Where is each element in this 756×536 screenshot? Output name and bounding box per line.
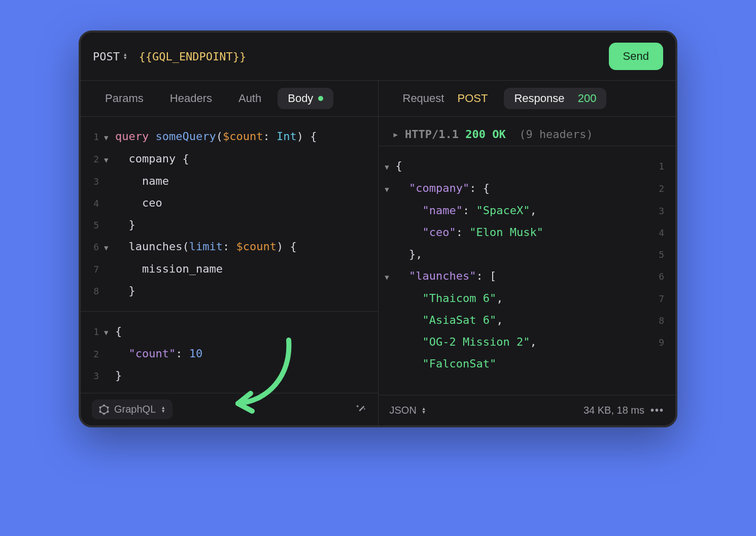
svg-point-4 (104, 413, 105, 415)
svg-point-1 (104, 405, 105, 406)
http-method-value: POST (93, 50, 120, 63)
send-button[interactable]: Send (609, 43, 663, 70)
response-json-viewer[interactable]: ▼{1 ▼ "company": {2 "name": "SpaceX",3 "… (379, 146, 676, 395)
graphql-query-editor[interactable]: 1▼query someQuery($count: Int) { 2▼ comp… (81, 117, 378, 312)
magic-wand-icon[interactable] (356, 403, 367, 416)
tab-request-view[interactable]: Request POST (393, 88, 498, 109)
updown-icon: ▲▼ (161, 406, 165, 413)
tab-body-label: Body (288, 92, 313, 105)
svg-point-2 (107, 407, 109, 408)
tab-params[interactable]: Params (95, 88, 154, 109)
tab-request-method: POST (458, 92, 488, 105)
request-pane: Params Headers Auth Body 1▼query someQue… (81, 81, 379, 425)
request-tabs: Params Headers Auth Body (81, 81, 378, 117)
split-panes: Params Headers Auth Body 1▼query someQue… (81, 80, 675, 425)
tab-auth[interactable]: Auth (228, 88, 271, 109)
response-headers-count: (9 headers) (519, 128, 593, 141)
tab-response-view[interactable]: Response 200 (504, 88, 606, 109)
api-client-window: POST ▲▼ {{GQL_ENDPOINT}} Send Params Hea… (79, 30, 677, 427)
response-tabs: Request POST Response 200 (379, 81, 676, 117)
response-status-line[interactable]: ▶ HTTP/1.1 200 OK (9 headers) (379, 117, 676, 146)
url-input[interactable]: {{GQL_ENDPOINT}} (139, 50, 596, 63)
body-type-label: GraphQL (114, 404, 156, 415)
request-topbar: POST ▲▼ {{GQL_ENDPOINT}} Send (81, 32, 675, 80)
response-protocol: HTTP/1.1 (405, 128, 459, 141)
body-editor-wrap: 1▼query someQuery($count: Int) { 2▼ comp… (81, 117, 378, 393)
graphql-variables-editor[interactable]: 1▼{ 2 "count": 10 3} (81, 312, 378, 393)
graphql-icon (99, 405, 109, 415)
svg-point-3 (107, 411, 109, 412)
response-format-label: JSON (390, 405, 417, 416)
more-menu-icon[interactable]: ••• (650, 405, 664, 416)
request-footer: GraphQL ▲▼ (81, 393, 378, 425)
tab-response-label: Response (514, 92, 564, 105)
http-method-select[interactable]: POST ▲▼ (93, 50, 126, 63)
svg-point-5 (99, 411, 101, 412)
tab-body[interactable]: Body (278, 88, 333, 109)
tab-headers[interactable]: Headers (160, 88, 222, 109)
tab-request-label: Request (403, 92, 444, 105)
response-status: 200 OK (465, 128, 505, 141)
response-stats: 34 KB, 18 ms (583, 405, 644, 416)
updown-icon: ▲▼ (124, 53, 126, 60)
active-dot-icon (318, 96, 323, 101)
svg-point-6 (99, 407, 101, 408)
response-pane: Request POST Response 200 ▶ HTTP/1.1 200… (379, 81, 676, 425)
response-format-select[interactable]: JSON ▲▼ (390, 405, 426, 416)
svg-marker-0 (100, 405, 108, 414)
body-type-select[interactable]: GraphQL ▲▼ (92, 399, 173, 419)
expand-triangle-icon: ▶ (394, 130, 398, 139)
updown-icon: ▲▼ (422, 407, 426, 414)
tab-response-code: 200 (578, 92, 597, 105)
response-footer: JSON ▲▼ 34 KB, 18 ms ••• (379, 395, 676, 425)
